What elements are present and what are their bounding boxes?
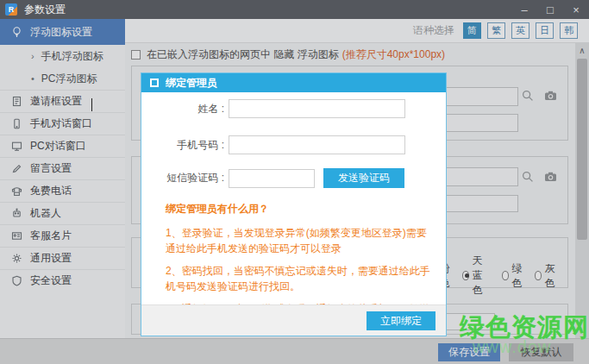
close-button[interactable]: × (563, 0, 589, 19)
dialog-header: 绑定管理员 (141, 73, 446, 92)
info-title: 绑定管理员有什么用？ (166, 202, 432, 217)
sms-code-label: 短信验证码 : (150, 171, 224, 185)
name-input[interactable] (229, 99, 405, 118)
bind-admin-dialog: 绑定管理员 姓名 : 手机号码 : 短信验证码 : 发送验证码 绑定管理员有什么… (141, 72, 447, 336)
watermark-url: www.dow (473, 337, 551, 357)
window-controls: – □ × (511, 0, 589, 19)
app-window: R 参数设置 – □ × 语种选择 简 繁 英 日 韩 浮动图标设置 › 手机浮… (0, 0, 589, 364)
maximize-button[interactable]: □ (537, 0, 563, 19)
bind-now-button[interactable]: 立即绑定 (367, 311, 435, 330)
phone-field-row: 手机号码 : (141, 135, 446, 154)
window-title: 参数设置 (24, 3, 66, 17)
title-bar: R 参数设置 – □ × (0, 0, 589, 19)
dialog-title: 绑定管理员 (166, 76, 217, 91)
dialog-footer: 立即绑定 (141, 304, 446, 336)
phone-label: 手机号码 : (150, 138, 224, 153)
sms-code-field-row: 短信验证码 : 发送验证码 (141, 168, 446, 188)
text-caret (91, 98, 92, 111)
name-field-row: 姓名 : (141, 99, 446, 118)
dialog-square-icon (150, 78, 159, 87)
name-label: 姓名 : (150, 102, 224, 116)
info-item-1: 1、登录验证，当发现登录异常(如频繁变更地区登录)需要通过给此手机发送的验证码才… (166, 225, 432, 256)
minimize-button[interactable]: – (511, 0, 537, 19)
phone-input[interactable] (229, 135, 405, 154)
send-code-button[interactable]: 发送验证码 (323, 168, 404, 188)
info-item-2: 2、密码找回，当密码不慎忘记或遗失时，需要通过给此手机号码发送验证码进行找回。 (166, 263, 432, 294)
app-logo-icon: R (5, 3, 17, 16)
sms-code-input[interactable] (229, 169, 315, 188)
